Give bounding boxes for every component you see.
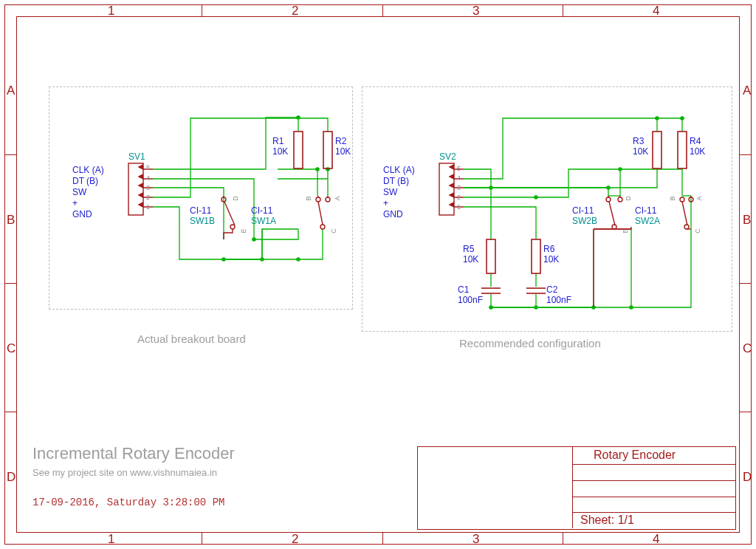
- row-A-right: A: [743, 83, 751, 98]
- r4-name: R4: [690, 136, 701, 147]
- r1-val: 10K: [272, 146, 288, 157]
- sv1-pin-5: 5: [146, 163, 150, 173]
- block-name: Rotary Encoder: [594, 449, 676, 462]
- sw1a-B: B: [303, 196, 315, 200]
- row-D-right: D: [743, 470, 752, 485]
- block-sheet: Sheet: 1/1: [580, 514, 634, 527]
- tb-row2: [572, 464, 735, 481]
- subtitle: See my project site on www.vishnumaiea.i…: [32, 467, 217, 478]
- sw2b-D: D: [623, 196, 634, 201]
- row-B-right: B: [743, 213, 751, 228]
- r6-name: R6: [543, 244, 554, 255]
- page-title: Incremental Rotary Encoder: [32, 444, 235, 463]
- c2-name: C2: [546, 284, 557, 296]
- row-C-right: C: [743, 341, 752, 356]
- row-C-left: C: [7, 341, 16, 356]
- sv2-label: SV2: [439, 151, 456, 163]
- board2-caption: Recommended configuration: [459, 337, 601, 349]
- sw2b-name: SW2B: [572, 216, 597, 227]
- sw1a-name: SW1A: [251, 216, 276, 227]
- r1-name: R1: [272, 136, 284, 147]
- col-2-top: 2: [292, 4, 298, 18]
- datestamp: 17-09-2016, Saturday 3:28:00 PM: [32, 497, 224, 508]
- sw1b-E: E: [238, 228, 250, 233]
- r2-val: 10K: [335, 146, 351, 157]
- col-4-top: 4: [653, 4, 659, 18]
- col-4-bot: 4: [653, 532, 659, 547]
- sw1a-type: CI-11: [251, 205, 272, 216]
- r3-name: R3: [633, 136, 644, 147]
- sw1b-name: SW1B: [190, 216, 215, 227]
- col-1-bot: 1: [108, 532, 114, 547]
- r6-val: 10K: [543, 254, 559, 265]
- col-2-bot: 2: [292, 532, 298, 547]
- sv2-pins: CLK (A) DT (B) SW + GND: [383, 165, 415, 220]
- r3-val: 10K: [633, 146, 648, 157]
- r2-name: R2: [335, 136, 346, 147]
- tb-row4: [572, 497, 735, 513]
- r4-val: 10K: [690, 146, 705, 157]
- sw2a-type: CI-11: [635, 205, 656, 216]
- sw2a-B: B: [667, 196, 678, 200]
- r5-name: R5: [463, 244, 474, 255]
- tb-row3: [572, 480, 735, 497]
- sw2a-name: SW2A: [635, 216, 660, 227]
- sw2a-A: A: [694, 196, 705, 200]
- sw2a-C: C: [693, 228, 704, 233]
- row-A-left: A: [7, 83, 15, 98]
- row-D-left: D: [7, 470, 16, 485]
- sw1a-A: A: [332, 196, 343, 200]
- sv1-pins: CLK (A) DT (B) SW + GND: [72, 165, 104, 220]
- sw1b-D: D: [230, 196, 241, 201]
- sw1b-type: CI-11: [190, 205, 211, 216]
- col-1-top: 1: [108, 4, 114, 18]
- r5-val: 10K: [463, 254, 478, 265]
- c1-val: 100nF: [458, 295, 483, 306]
- sw1a-C: C: [329, 228, 340, 233]
- sw2b-type: CI-11: [572, 205, 594, 216]
- sw2b-E: E: [620, 228, 631, 233]
- board1-caption: Actual breakout board: [137, 333, 246, 345]
- c1-name: C1: [458, 284, 469, 296]
- sv1-pin-1: 1: [146, 202, 150, 213]
- col-3-top: 3: [472, 4, 479, 18]
- sv1-label: SV1: [128, 151, 145, 163]
- c2-val: 100nF: [546, 295, 571, 306]
- col-3-bot: 3: [472, 532, 479, 547]
- sv2-pin-1: 1: [457, 202, 461, 213]
- row-B-left: B: [7, 213, 15, 228]
